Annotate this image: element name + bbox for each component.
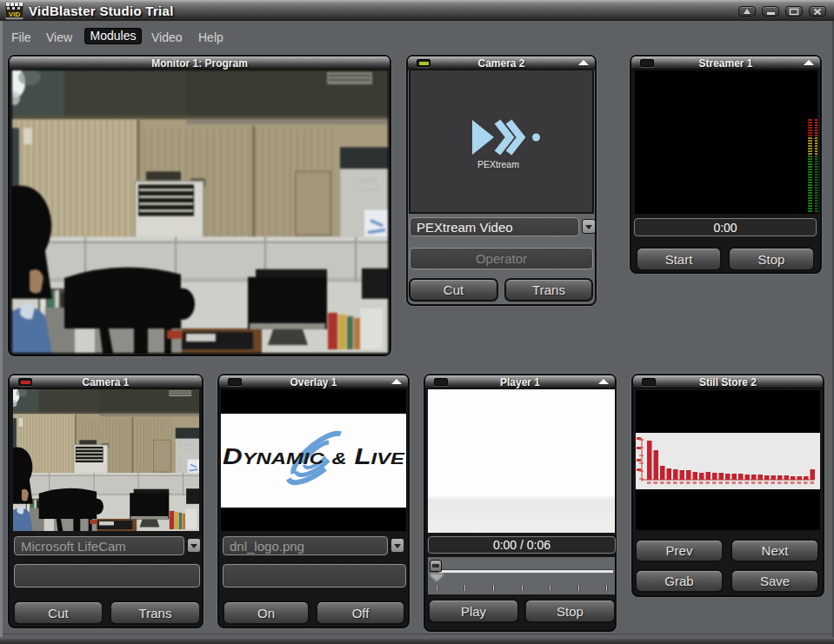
svg-text:VID: VID — [9, 10, 21, 18]
svg-text:PEXtream: PEXtream — [477, 159, 519, 169]
